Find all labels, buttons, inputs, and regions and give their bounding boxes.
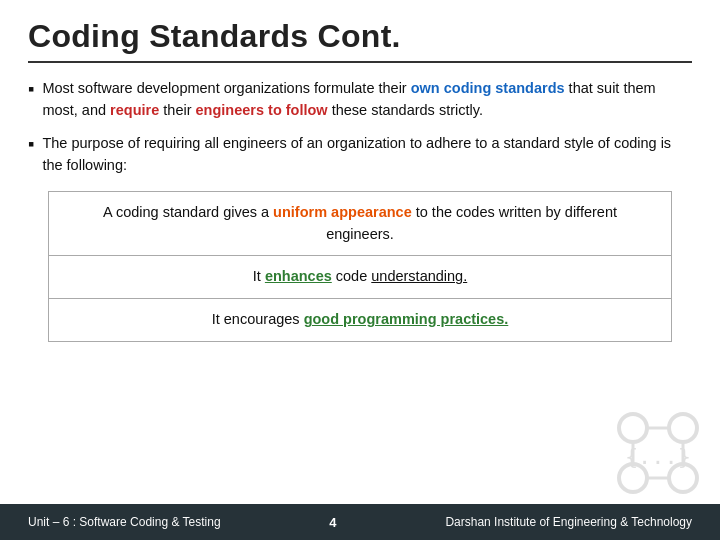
footer-center: 4 — [329, 515, 336, 530]
highlight-enhances: enhances — [265, 268, 332, 284]
highlight-engineers-follow: engineers to follow — [196, 102, 328, 118]
info-box-1: A coding standard gives a uniform appear… — [48, 191, 672, 257]
info-box-2: It enhances code understanding. — [48, 256, 672, 299]
svg-point-0 — [619, 414, 647, 442]
highlight-understanding: understanding. — [371, 268, 467, 284]
footer-left: Unit – 6 : Software Coding & Testing — [28, 515, 221, 529]
bullet-text-2: The purpose of requiring all engineers o… — [42, 132, 692, 177]
bullet-item-1: ▪ Most software development organization… — [28, 77, 692, 122]
bullet-marker-1: ▪ — [28, 76, 34, 104]
watermark-icon: {...} — [608, 408, 708, 498]
highlight-own-coding: own coding standards — [411, 80, 565, 96]
highlight-good-programming: good programming practices. — [304, 311, 509, 327]
svg-text:{...}: {...} — [625, 444, 691, 469]
bullet-section: ▪ Most software development organization… — [28, 77, 692, 177]
highlight-uniform: uniform appearance — [273, 204, 412, 220]
title-area: Coding Standards Cont. — [28, 18, 692, 63]
svg-point-1 — [669, 414, 697, 442]
info-box-3: It encourages good programming practices… — [48, 299, 672, 342]
slide-title: Coding Standards Cont. — [28, 18, 692, 55]
slide-container: Coding Standards Cont. ▪ Most software d… — [0, 0, 720, 540]
bullet-item-2: ▪ The purpose of requiring all engineers… — [28, 132, 692, 177]
boxes-section: A coding standard gives a uniform appear… — [48, 191, 672, 342]
footer: Unit – 6 : Software Coding & Testing 4 D… — [0, 504, 720, 540]
footer-right: Darshan Institute of Engineering & Techn… — [445, 515, 692, 529]
bullet-text-1: Most software development organizations … — [42, 77, 692, 122]
bullet-marker-2: ▪ — [28, 131, 34, 159]
highlight-require: require — [110, 102, 159, 118]
